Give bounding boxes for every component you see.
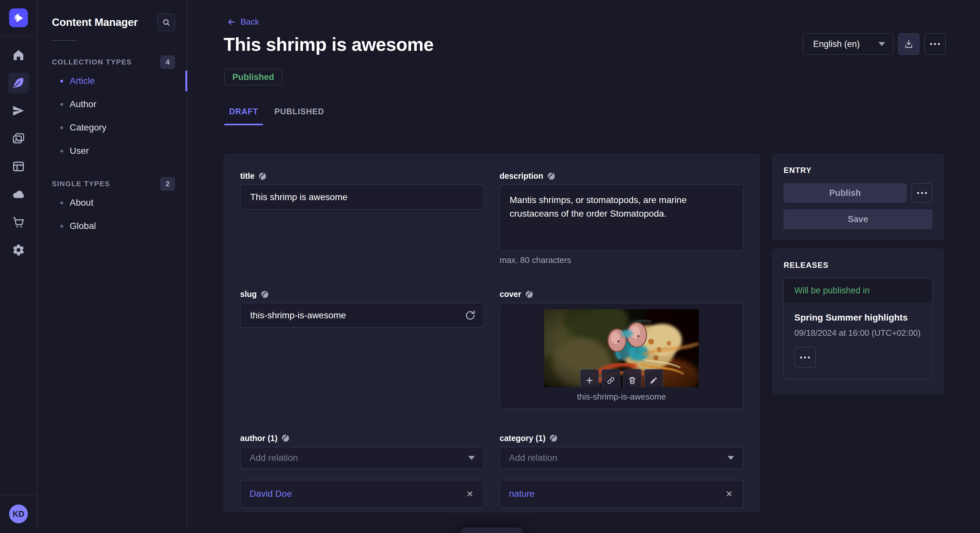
release-more-button[interactable] <box>794 347 816 368</box>
bullet-icon <box>60 225 63 228</box>
section-label: SINGLE TYPES <box>52 180 110 188</box>
author-relation-item: David Doe <box>240 480 484 508</box>
bullet-icon <box>60 103 63 106</box>
rail-menu <box>8 45 29 260</box>
content-type-builder-icon[interactable] <box>8 156 29 177</box>
export-button[interactable] <box>898 33 920 55</box>
cloud-icon[interactable] <box>8 184 29 205</box>
sidebar-item-author[interactable]: Author <box>38 93 187 116</box>
collection-types-section: COLLECTION TYPES 4 Article Author Catego… <box>38 55 187 163</box>
locale-select[interactable]: English (en) <box>803 33 893 55</box>
user-avatar[interactable]: KD <box>9 504 28 523</box>
single-types-section: SINGLE TYPES 2 About Global <box>38 177 187 238</box>
slug-field: slug <box>240 289 484 328</box>
description-field: description Mantis shrimps, or stomatopo… <box>500 171 744 265</box>
bullet-icon <box>60 150 63 152</box>
description-helper: max. 80 characters <box>500 255 744 265</box>
cover-filename: this-shrimp-is-awesome <box>577 392 666 402</box>
slug-input[interactable] <box>250 310 474 320</box>
globe-icon <box>549 434 558 443</box>
version-tabs: DRAFT PUBLISHED <box>224 107 329 125</box>
header-more-button[interactable] <box>924 33 946 55</box>
subnav-title: Content Manager <box>52 16 138 29</box>
releases-panel: RELEASES Will be published in Spring Sum… <box>772 249 944 394</box>
save-button[interactable]: Save <box>784 209 932 229</box>
author-field: author (1) Add relation David Doe <box>240 434 484 508</box>
description-textarea[interactable]: Mantis shrimps, or stomatopods, are mari… <box>500 185 744 251</box>
release-schedule: 09/18/2024 at 16:00 (UTC+02:00) <box>794 328 922 338</box>
releases-heading: RELEASES <box>784 261 932 270</box>
settings-gear-icon[interactable] <box>8 240 29 260</box>
header-actions: English (en) <box>803 33 946 55</box>
category-field: category (1) Add relation nature <box>500 434 744 508</box>
globe-icon <box>258 172 267 180</box>
delete-asset-button[interactable] <box>623 369 642 387</box>
title-label: title <box>240 171 255 181</box>
relation-link[interactable]: nature <box>509 489 535 499</box>
marketplace-icon[interactable] <box>8 212 29 233</box>
remove-relation-icon[interactable] <box>465 489 475 499</box>
globe-icon <box>281 434 290 443</box>
category-relation-select[interactable]: Add relation <box>500 447 744 469</box>
chevron-down-icon <box>878 42 885 46</box>
cover-image[interactable] <box>544 309 699 387</box>
cover-label: cover <box>500 289 522 299</box>
single-count-badge: 2 <box>160 177 175 191</box>
cover-media-card: this-shrimp-is-awesome <box>500 303 744 409</box>
arrow-left-icon <box>227 17 236 27</box>
publish-button[interactable]: Publish <box>784 183 907 203</box>
entry-more-button[interactable] <box>912 183 932 203</box>
bottom-cutoff-button[interactable] <box>460 528 523 533</box>
media-library-icon[interactable] <box>8 128 29 149</box>
sidebar-item-global[interactable]: Global <box>38 214 187 238</box>
tab-draft[interactable]: DRAFT <box>224 107 263 125</box>
globe-icon <box>547 172 555 180</box>
cover-toolbar <box>580 369 663 387</box>
logo-section <box>0 0 37 36</box>
globe-icon <box>525 290 533 298</box>
edit-asset-button[interactable] <box>644 369 663 387</box>
sidebar-item-user[interactable]: User <box>38 139 187 163</box>
icon-rail: KD <box>0 0 38 533</box>
copy-link-button[interactable] <box>601 369 620 387</box>
description-label: description <box>500 171 544 181</box>
remove-relation-icon[interactable] <box>724 489 734 499</box>
title-input[interactable] <box>250 192 474 202</box>
author-label: author (1) <box>240 434 277 443</box>
slug-label: slug <box>240 289 257 299</box>
strapi-logo[interactable] <box>9 8 28 27</box>
regenerate-icon[interactable] <box>464 309 477 322</box>
section-label: COLLECTION TYPES <box>52 58 132 67</box>
category-label: category (1) <box>500 434 546 443</box>
sidebar-item-category[interactable]: Category <box>38 116 187 139</box>
search-button[interactable] <box>158 14 175 31</box>
pencil-icon <box>649 376 658 385</box>
page-title: This shrimp is awesome <box>224 34 434 55</box>
sidebar-item-article[interactable]: Article <box>38 69 187 93</box>
back-link[interactable]: Back <box>227 17 259 27</box>
bullet-icon <box>60 126 63 129</box>
plus-icon <box>585 376 594 385</box>
edit-form-panel: title description Mantis shrimps, or sto… <box>224 154 760 512</box>
rail-footer: KD <box>0 495 37 533</box>
home-icon[interactable] <box>8 45 29 65</box>
release-name: Spring Summer highlights <box>794 313 922 323</box>
bullet-icon <box>60 80 63 82</box>
chevron-down-icon <box>468 456 475 460</box>
sidebar-item-about[interactable]: About <box>38 191 187 214</box>
search-icon <box>162 18 170 27</box>
add-asset-button[interactable] <box>580 369 599 387</box>
content-manager-icon[interactable] <box>8 73 29 93</box>
releases-icon[interactable] <box>8 100 29 121</box>
cover-field: cover <box>500 289 744 409</box>
trash-icon <box>628 376 637 385</box>
author-relation-select[interactable]: Add relation <box>240 447 484 469</box>
bullet-icon <box>60 201 63 204</box>
relation-link[interactable]: David Doe <box>250 489 292 499</box>
globe-icon <box>261 290 269 298</box>
category-relation-item: nature <box>500 480 744 508</box>
collection-count-badge: 4 <box>160 56 175 69</box>
entry-heading: ENTRY <box>784 166 932 175</box>
tab-published[interactable]: PUBLISHED <box>270 107 329 125</box>
status-badge: Published <box>224 69 282 85</box>
